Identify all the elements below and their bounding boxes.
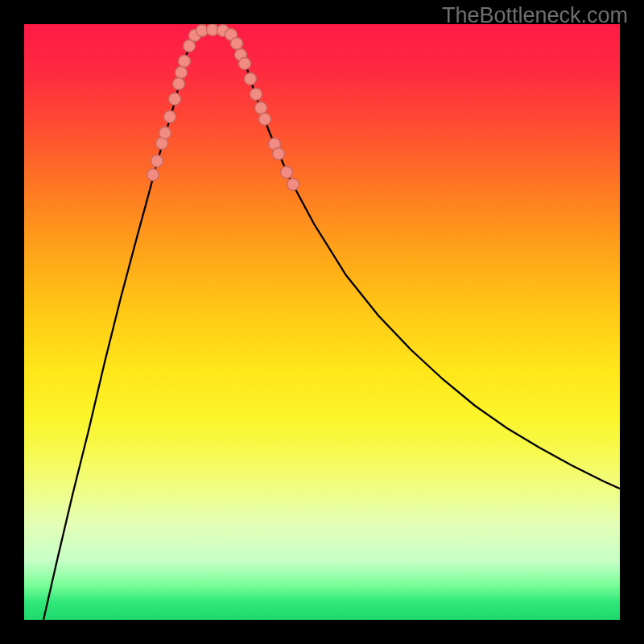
data-point (245, 73, 257, 85)
data-point (179, 56, 191, 68)
chart-svg (24, 24, 620, 620)
data-point (175, 67, 188, 79)
data-point (164, 111, 176, 123)
data-point (287, 179, 299, 191)
data-point (231, 38, 243, 50)
data-point (151, 155, 163, 167)
data-point (169, 93, 181, 105)
data-point (159, 127, 171, 139)
chart-frame: TheBottleneck.com (0, 0, 644, 644)
data-point (239, 58, 251, 70)
data-point (147, 169, 159, 181)
data-point (281, 167, 293, 179)
data-point (273, 148, 285, 160)
data-point (259, 114, 271, 126)
data-point (255, 102, 267, 114)
data-point (173, 78, 185, 90)
bottleneck-curve (43, 30, 620, 620)
data-point (250, 89, 262, 101)
